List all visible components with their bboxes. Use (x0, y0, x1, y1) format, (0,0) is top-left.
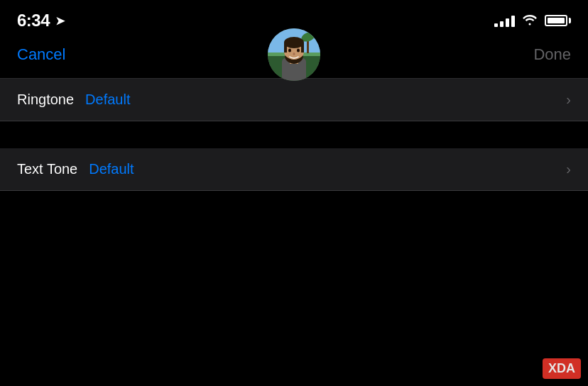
status-time-group: 6:34 ➤ (17, 11, 65, 31)
text-tone-label: Text Tone (17, 161, 77, 177)
ringtone-row-right: › (566, 92, 571, 108)
ringtone-section: Ringtone Default › (0, 79, 588, 121)
svg-point-13 (297, 49, 300, 53)
svg-point-14 (293, 53, 295, 55)
signal-icon (494, 14, 515, 27)
status-right (494, 13, 571, 29)
cancel-button[interactable]: Cancel (17, 45, 65, 64)
xda-logo: XDA (543, 358, 581, 379)
time-display: 6:34 (17, 11, 50, 31)
avatar-container (268, 28, 320, 81)
text-tone-value: Default (89, 161, 134, 177)
wifi-icon (522, 13, 538, 29)
section-spacer (0, 121, 588, 148)
ringtone-value: Default (85, 92, 130, 108)
location-arrow-icon: ➤ (55, 14, 65, 28)
svg-point-9 (284, 37, 304, 48)
battery-icon (545, 15, 571, 26)
text-tone-row[interactable]: Text Tone Default › (0, 148, 588, 191)
ringtone-chevron-icon: › (566, 92, 571, 108)
text-tone-chevron-icon: › (566, 161, 571, 177)
svg-rect-11 (301, 43, 304, 53)
text-tone-row-left: Text Tone Default (17, 161, 134, 177)
avatar (268, 28, 320, 81)
svg-rect-10 (284, 43, 287, 53)
nav-header: Cancel (0, 38, 588, 78)
ringtone-row-left: Ringtone Default (17, 92, 130, 108)
ringtone-row[interactable]: Ringtone Default › (0, 79, 588, 121)
ringtone-label: Ringtone (17, 92, 74, 108)
text-tone-section: Text Tone Default › (0, 148, 588, 191)
svg-point-12 (288, 49, 291, 53)
watermark: XDA (543, 358, 581, 379)
text-tone-row-right: › (566, 161, 571, 177)
done-button[interactable]: Done (533, 45, 571, 64)
